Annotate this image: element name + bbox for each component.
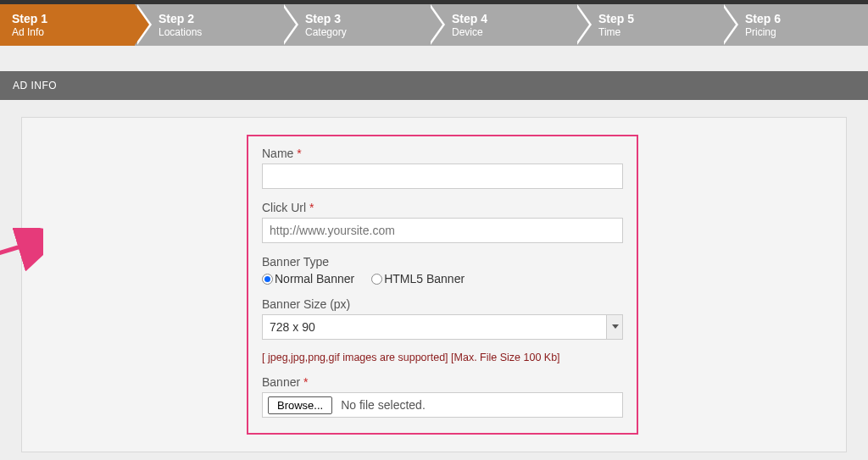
name-input[interactable] [262, 163, 623, 189]
radio-icon [262, 274, 273, 285]
banner-file-label: Banner * [262, 375, 623, 389]
file-support-hint: [ jpeg,jpg,png,gif images are supported]… [262, 352, 623, 363]
field-banner-size: Banner Size (px) [262, 297, 623, 340]
step-subtitle: Device [452, 26, 563, 38]
radio-html5-banner[interactable]: HTML5 Banner [371, 272, 465, 285]
radio-normal-banner[interactable]: Normal Banner [262, 272, 354, 285]
radio-label: Normal Banner [275, 272, 354, 285]
browse-button[interactable]: Browse... [268, 396, 332, 414]
step-subtitle: Ad Info [12, 26, 123, 38]
svg-line-1 [0, 245, 26, 270]
radio-label: HTML5 Banner [384, 272, 465, 285]
file-picker[interactable]: Browse... No file selected. [262, 392, 623, 418]
step-title: Step 6 [745, 12, 856, 26]
banner-size-select[interactable] [262, 314, 623, 340]
banner-type-radio-group: Normal Banner HTML5 Banner [262, 272, 623, 285]
required-marker: * [297, 147, 301, 160]
step-title: Step 5 [598, 12, 709, 26]
wizard-steps: Step 1 Ad Info Step 2 Locations Step 3 C… [0, 4, 868, 46]
field-name: Name * [262, 147, 623, 189]
radio-icon [371, 274, 382, 285]
step-device[interactable]: Step 4 Device [428, 4, 575, 46]
required-marker: * [309, 201, 314, 214]
step-title: Step 1 [12, 12, 123, 26]
required-marker: * [303, 375, 308, 389]
name-label: Name * [262, 147, 623, 160]
step-subtitle: Category [305, 26, 416, 38]
step-ad-info[interactable]: Step 1 Ad Info [0, 4, 135, 46]
step-time[interactable]: Step 5 Time [575, 4, 721, 46]
form-panel: Name * Click Url * Banner Type Normal Ba… [21, 117, 847, 452]
section-title: AD INFO [13, 80, 57, 91]
content-area: Name * Click Url * Banner Type Normal Ba… [0, 100, 868, 460]
banner-size-label: Banner Size (px) [262, 297, 623, 311]
file-status-text: No file selected. [341, 398, 426, 412]
banner-type-label: Banner Type [262, 255, 623, 269]
section-header: AD INFO [0, 71, 868, 100]
field-banner-file: Banner * Browse... No file selected. [262, 375, 623, 418]
step-subtitle: Pricing [745, 26, 856, 38]
field-banner-type: Banner Type Normal Banner HTML5 Banner [262, 255, 623, 285]
banner-size-value[interactable] [262, 314, 623, 340]
step-title: Step 4 [452, 12, 563, 26]
step-subtitle: Time [598, 26, 709, 38]
step-pricing[interactable]: Step 6 Pricing [721, 4, 868, 46]
step-category[interactable]: Step 3 Category [281, 4, 428, 46]
click-url-label: Click Url * [262, 201, 623, 214]
step-title: Step 3 [305, 12, 416, 26]
step-locations[interactable]: Step 2 Locations [135, 4, 281, 46]
form-highlighted-region: Name * Click Url * Banner Type Normal Ba… [247, 135, 638, 435]
step-title: Step 2 [159, 12, 270, 26]
field-click-url: Click Url * [262, 201, 623, 243]
step-subtitle: Locations [159, 26, 270, 38]
click-url-input[interactable] [262, 218, 623, 243]
annotation-arrow-icon [0, 228, 43, 287]
